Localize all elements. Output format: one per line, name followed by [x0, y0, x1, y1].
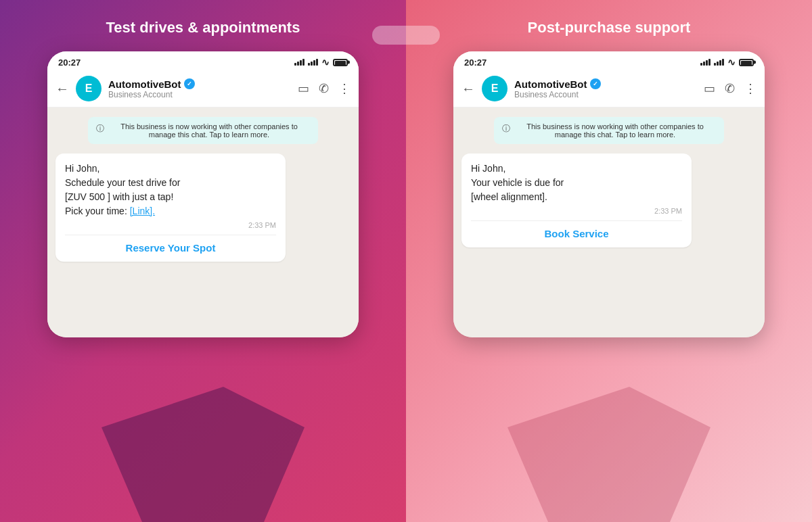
right-status-time: 20:27	[464, 57, 487, 68]
left-battery-icon	[333, 59, 348, 66]
left-cta-button[interactable]: Reserve Your Spot	[65, 238, 276, 256]
right-back-button[interactable]: ←	[461, 81, 475, 97]
right-title: Post-purchase support	[528, 19, 691, 37]
left-message-time: 2:33 PM	[65, 221, 276, 229]
left-status-icons: ∿	[294, 57, 348, 68]
left-bot-subtitle: Business Account	[108, 90, 291, 99]
right-message-bubble: Hi John, Your vehicle is due for [wheel …	[461, 153, 692, 247]
left-verified-badge: ✓	[184, 78, 195, 89]
left-info-icon: ⓘ	[96, 123, 104, 135]
right-chat-header: ← E AutomotiveBot ✓ Business Account ▭ ✆…	[453, 70, 765, 108]
left-wifi-icon: ∿	[321, 57, 330, 68]
left-message-bubble: Hi John, Schedule your test drive for [Z…	[55, 153, 286, 262]
right-bot-info: AutomotiveBot ✓ Business Account	[514, 78, 697, 99]
right-battery-icon	[739, 59, 754, 66]
right-message-time: 2:33 PM	[471, 207, 682, 215]
right-panel: Post-purchase support 20:27 ∿ ← E	[406, 0, 812, 522]
right-more-icon[interactable]: ⋮	[744, 81, 757, 96]
left-more-icon[interactable]: ⋮	[338, 81, 351, 96]
left-message-link[interactable]: [Link].	[130, 206, 155, 216]
left-business-notice[interactable]: ⓘ This business is now working with othe…	[88, 117, 318, 144]
right-chat-body: ⓘ This business is now working with othe…	[453, 108, 765, 337]
right-header-icons: ▭ ✆ ⋮	[704, 81, 757, 96]
right-business-notice[interactable]: ⓘ This business is now working with othe…	[494, 117, 724, 144]
left-status-bar: 20:27 ∿	[47, 51, 359, 70]
left-chat-header: ← E AutomotiveBot ✓ Business Account ▭ ✆…	[47, 70, 359, 108]
right-info-icon: ⓘ	[502, 123, 510, 135]
left-bot-info: AutomotiveBot ✓ Business Account	[108, 78, 291, 99]
left-phone-icon[interactable]: ✆	[319, 81, 329, 96]
left-message-divider	[65, 235, 276, 235]
left-phone-mockup: 20:27 ∿ ← E AutomotiveBot ✓	[47, 51, 359, 337]
right-cta-button[interactable]: Book Service	[471, 224, 682, 242]
center-divider	[372, 26, 440, 45]
right-wifi-icon: ∿	[727, 57, 736, 68]
right-bot-subtitle: Business Account	[514, 90, 697, 99]
right-video-icon[interactable]: ▭	[704, 81, 715, 96]
left-signal-icon	[294, 59, 304, 66]
left-header-icons: ▭ ✆ ⋮	[298, 81, 351, 96]
left-video-icon[interactable]: ▭	[298, 81, 309, 96]
right-signal-icon2	[714, 59, 724, 66]
left-back-button[interactable]: ←	[55, 81, 69, 97]
right-status-icons: ∿	[700, 57, 754, 68]
right-signal-icon	[700, 59, 710, 66]
right-status-bar: 20:27 ∿	[453, 51, 765, 70]
right-bot-name: AutomotiveBot ✓	[514, 78, 697, 90]
right-verified-badge: ✓	[590, 78, 601, 89]
left-avatar: E	[76, 76, 102, 101]
left-title: Test drives & appointments	[106, 19, 300, 37]
left-chat-body: ⓘ This business is now working with othe…	[47, 108, 359, 337]
left-message-text: Hi John, Schedule your test drive for [Z…	[65, 162, 276, 218]
right-avatar: E	[482, 76, 508, 101]
right-phone-icon[interactable]: ✆	[725, 81, 735, 96]
left-status-time: 20:27	[58, 57, 81, 68]
right-message-divider	[471, 220, 682, 221]
right-phone-mockup: 20:27 ∿ ← E AutomotiveBot ✓	[453, 51, 765, 337]
left-panel: Test drives & appointments 20:27 ∿ ← E	[0, 0, 406, 522]
left-bot-name: AutomotiveBot ✓	[108, 78, 291, 90]
right-message-text: Hi John, Your vehicle is due for [wheel …	[471, 162, 682, 204]
left-signal-icon2	[308, 59, 318, 66]
